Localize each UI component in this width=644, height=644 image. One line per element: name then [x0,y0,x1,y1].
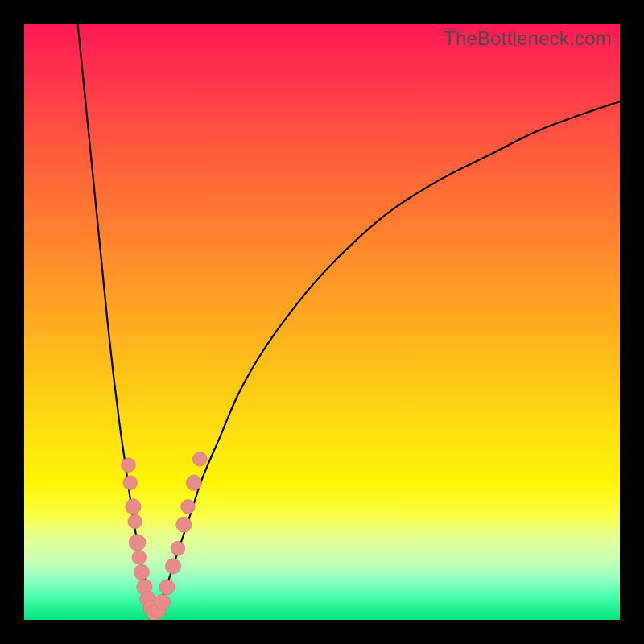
data-marker [123,476,138,490]
data-marker [159,580,175,595]
chart-frame: TheBottleneck.com [0,0,644,644]
chart-overlay [24,24,620,620]
data-marker [155,594,170,609]
bottleneck-curve [78,24,620,614]
data-marker [181,500,196,514]
data-marker [171,541,185,555]
marker-cluster [122,452,208,620]
data-marker [129,534,146,551]
data-marker [192,452,207,466]
plot-area: TheBottleneck.com [24,24,620,620]
data-marker [132,550,147,564]
data-marker [128,514,142,529]
data-marker [186,475,201,490]
data-marker [165,559,180,574]
data-marker [122,458,136,473]
watermark-text: TheBottleneck.com [444,27,612,50]
data-marker [176,517,192,532]
data-marker [134,564,149,580]
data-marker [126,499,141,514]
